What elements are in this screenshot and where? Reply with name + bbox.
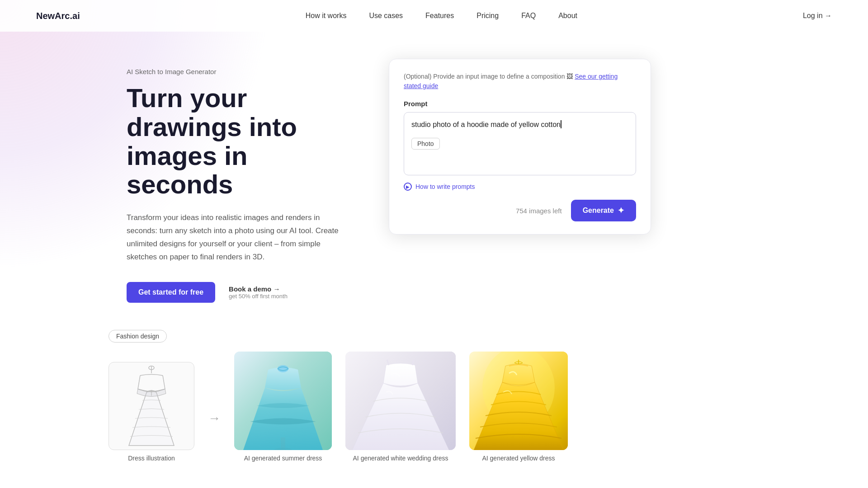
hero-section: AI Sketch to Image Generator Turn your d… (0, 32, 868, 321)
wedding-dress-image (345, 352, 456, 450)
generate-button[interactable]: Generate ✦ (571, 200, 636, 221)
images-left-count: 754 images left (516, 207, 562, 215)
prompt-label: Prompt (404, 100, 636, 108)
hero-content: AI Sketch to Image Generator Turn your d… (127, 59, 344, 303)
play-circle-icon: ▶ (404, 183, 412, 191)
book-demo: Book a demo → get 50% off first month (229, 285, 288, 300)
nav-about[interactable]: About (558, 12, 577, 20)
optional-text: (Optional) Provide an input image to def… (404, 72, 636, 91)
hero-description: Transform your ideas into realistic imag… (127, 211, 344, 264)
book-demo-link[interactable]: Book a demo → (229, 285, 288, 293)
summer-dress-image (234, 352, 332, 450)
hero-widget: (Optional) Provide an input image to def… (389, 59, 651, 235)
yellow-label: AI generated yellow dress (482, 455, 555, 462)
navbar: NewArc.ai How it works Use cases Feature… (0, 0, 868, 32)
brand-logo[interactable]: NewArc.ai (36, 11, 80, 21)
hero-title: Turn your drawings into images in second… (127, 84, 344, 199)
nav-links: How it works Use cases Features Pricing … (306, 12, 577, 20)
gallery-grid: Dress illustration → (108, 352, 832, 462)
fashion-badge: Fashion design (108, 330, 167, 343)
prompt-box[interactable]: studio photo of a hoodie made of yellow … (404, 112, 636, 175)
nav-pricing[interactable]: Pricing (476, 12, 499, 20)
gallery-card-summer: AI generated summer dress (234, 352, 332, 462)
hero-cta: Get started for free Book a demo → get 5… (127, 282, 344, 303)
summer-label: AI generated summer dress (244, 455, 322, 462)
sparkle-icon: ✦ (618, 206, 624, 216)
how-to-write-prompts-link[interactable]: ▶ How to write prompts (404, 183, 636, 191)
widget-footer: 754 images left Generate ✦ (404, 200, 636, 221)
nav-features[interactable]: Features (425, 12, 454, 20)
login-link[interactable]: Log in → (803, 12, 832, 20)
gallery-section: Fashion design (0, 321, 868, 488)
get-started-button[interactable]: Get started for free (127, 282, 215, 303)
svg-point-5 (278, 365, 288, 372)
generator-widget: (Optional) Provide an input image to def… (389, 59, 651, 235)
gallery-card-yellow: AI generated yellow dress (469, 352, 568, 462)
wedding-label: AI generated white wedding dress (353, 455, 448, 462)
gallery-card-sketch: Dress illustration (108, 362, 194, 462)
prompt-text: studio photo of a hoodie made of yellow … (411, 119, 628, 131)
book-demo-sub: get 50% off first month (229, 293, 288, 300)
gallery-card-wedding: AI generated white wedding dress (345, 352, 456, 462)
sketch-label: Dress illustration (128, 455, 175, 462)
photo-tag[interactable]: Photo (411, 138, 440, 150)
yellow-dress-image (469, 352, 568, 450)
arrow-icon: → (208, 411, 221, 426)
nav-use-cases[interactable]: Use cases (369, 12, 403, 20)
hero-subtitle: AI Sketch to Image Generator (127, 68, 344, 75)
sketch-image (108, 362, 194, 450)
nav-faq[interactable]: FAQ (521, 12, 536, 20)
nav-how-it-works[interactable]: How it works (306, 12, 347, 20)
